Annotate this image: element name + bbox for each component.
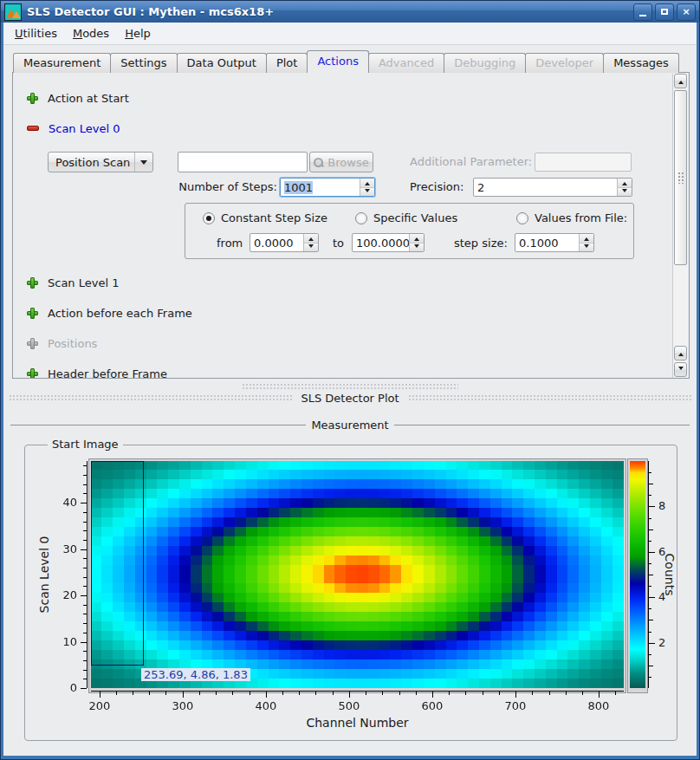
spin-up-icon xyxy=(414,235,419,241)
colorbar-tick-label: 6 xyxy=(658,545,679,558)
tab-actions[interactable]: Actions xyxy=(307,50,369,73)
y-tick xyxy=(83,670,87,671)
radio-icon xyxy=(516,212,528,224)
spin-buttons[interactable] xyxy=(360,179,374,196)
scroll-up-button[interactable] xyxy=(674,74,687,88)
x-tick xyxy=(315,692,316,695)
colorbar-tick xyxy=(649,666,653,666)
maximize-icon xyxy=(661,9,668,15)
step-size-value: 0.1000 xyxy=(515,237,579,250)
minimize-button[interactable] xyxy=(633,3,652,21)
scan-script-input[interactable] xyxy=(178,152,308,172)
x-tick xyxy=(183,692,184,698)
spin-buttons[interactable] xyxy=(617,179,632,196)
tab-settings[interactable]: Settings xyxy=(110,53,177,73)
spin-down-icon xyxy=(414,244,419,250)
plot-region: 253.69, 4.86, 1.83 Channel Number Scan L… xyxy=(25,445,677,740)
arrow-up-icon xyxy=(678,78,684,84)
window-body: Utilities Modes Help Measurement Setting… xyxy=(3,23,697,756)
precision-label: Precision: xyxy=(410,180,463,193)
y-tick xyxy=(83,577,87,578)
dock-splitter[interactable]: SLS Detector Plot xyxy=(3,379,697,412)
number-of-steps-label: Number of Steps: xyxy=(176,180,277,193)
number-of-steps-spinbox[interactable]: 1001 xyxy=(280,178,375,197)
header-before-frame-row[interactable]: Header before Frame xyxy=(27,366,167,379)
from-label: from xyxy=(217,237,243,250)
action-before-frame-label: Action before each Frame xyxy=(48,307,192,320)
colorbar-tick-label: 8 xyxy=(658,499,679,512)
tab-bar: Measurement Settings Data Output Plot Ac… xyxy=(13,51,678,73)
action-at-start-label: Action at Start xyxy=(48,92,129,105)
action-before-frame-row[interactable]: Action before each Frame xyxy=(27,305,192,321)
radio-values-from-file[interactable]: Values from File: xyxy=(516,211,627,224)
scrollbar-thumb[interactable] xyxy=(674,90,687,265)
precision-value: 2 xyxy=(474,181,617,194)
x-tick xyxy=(615,692,616,695)
radio-constant-label: Constant Step Size xyxy=(221,211,327,224)
radio-constant-step-size[interactable]: Constant Step Size xyxy=(203,211,327,224)
colorbar-tick xyxy=(649,541,651,542)
x-tick xyxy=(499,692,500,695)
splitter-handle[interactable] xyxy=(242,383,458,389)
scroll-down-button[interactable] xyxy=(674,362,687,377)
tab-plot[interactable]: Plot xyxy=(266,53,308,73)
x-axis-title: Channel Number xyxy=(91,716,624,730)
window-title: SLS Detector GUI : Mythen - mcs6x18+ xyxy=(27,5,633,18)
y-tick xyxy=(83,475,87,476)
x-tick-label: 200 xyxy=(82,699,117,712)
x-tick xyxy=(599,692,600,698)
expand-plus-icon[interactable] xyxy=(27,308,38,319)
menu-help[interactable]: Help xyxy=(117,24,159,42)
expand-plus-icon[interactable] xyxy=(27,368,38,380)
step-size-spinbox[interactable]: 0.1000 xyxy=(515,233,594,252)
menu-utilities[interactable]: Utilities xyxy=(7,24,65,42)
colorbar-tick xyxy=(649,608,651,609)
measurement-group-title: Measurement xyxy=(311,419,388,432)
scroll-up-button-2[interactable] xyxy=(674,346,687,361)
y-tick xyxy=(83,623,87,624)
expand-plus-icon[interactable] xyxy=(27,277,38,289)
spin-buttons[interactable] xyxy=(579,234,593,251)
cursor-readout: 253.69, 4.86, 1.83 xyxy=(141,668,250,681)
x-tick xyxy=(416,692,417,695)
vertical-scrollbar[interactable] xyxy=(672,74,688,379)
spin-buttons[interactable] xyxy=(303,234,318,251)
combo-arrow-box xyxy=(134,153,152,172)
scan-type-select[interactable]: Position Scan xyxy=(48,152,153,172)
heatmap-canvas[interactable] xyxy=(91,461,624,688)
x-tick xyxy=(432,692,433,698)
y-tick xyxy=(83,484,87,485)
y-tick xyxy=(83,493,87,494)
arrow-up-icon xyxy=(678,350,684,356)
menu-modes[interactable]: Modes xyxy=(65,24,117,42)
tab-measurement[interactable]: Measurement xyxy=(13,53,111,73)
y-tick xyxy=(83,586,87,587)
action-at-start-row[interactable]: Action at Start xyxy=(27,90,129,106)
collapse-minus-icon[interactable] xyxy=(27,126,39,131)
colorbar-tick xyxy=(649,620,653,620)
positions-label: Positions xyxy=(48,337,97,350)
colorbar-tick xyxy=(649,632,651,633)
from-spinbox[interactable]: 0.0000 xyxy=(250,233,319,252)
expand-plus-icon[interactable] xyxy=(27,93,38,104)
x-tick xyxy=(299,692,300,695)
scan-level-1-row[interactable]: Scan Level 1 xyxy=(27,275,119,290)
maximize-button[interactable] xyxy=(655,3,674,21)
spin-buttons[interactable] xyxy=(409,234,424,251)
scan-level-0-row[interactable]: Scan Level 0 xyxy=(27,120,120,136)
colorbar-tick xyxy=(649,586,651,587)
x-tick xyxy=(266,692,267,698)
group-border-line xyxy=(10,425,306,425)
x-tick xyxy=(399,692,400,695)
y-tick-label: 10 xyxy=(32,635,77,648)
tab-messages[interactable]: Messages xyxy=(603,53,679,73)
spin-down-icon xyxy=(584,244,589,250)
colorbar-tick xyxy=(649,529,653,530)
precision-spinbox[interactable]: 2 xyxy=(473,178,632,197)
plot-dock-title: SLS Detector Plot xyxy=(301,392,399,405)
to-spinbox[interactable]: 100.0000 xyxy=(352,233,425,252)
tab-data-output[interactable]: Data Output xyxy=(177,53,267,73)
additional-parameter-input xyxy=(535,153,632,172)
close-button[interactable]: × xyxy=(677,3,696,21)
radio-specific-values[interactable]: Specific Values xyxy=(355,211,457,224)
